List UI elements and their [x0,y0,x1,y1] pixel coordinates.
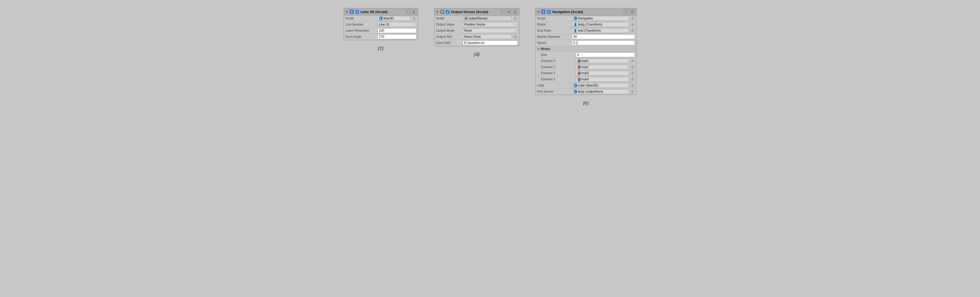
script-field-d[interactable]: ⇄ outputSensor [463,16,512,21]
panel-e-label: (e) [583,100,589,106]
wheel-element-2-field[interactable]: hub3 [576,71,629,76]
wheel-size-row: Size 4 [536,52,636,58]
barrier-distance-value: 40 [572,34,635,39]
wheel-size-value: 4 [576,52,635,57]
pos-sensor-field[interactable]: C body (outputSens [572,89,629,94]
script-row-d: Script ⇄ outputSensor ⊙ [434,16,519,22]
wheel-element-0-value: hub1 ⊙ [576,59,635,64]
robot-label: Robot [537,22,572,26]
end-point-field[interactable]: 👤 end (Transform) [572,28,629,33]
script-circle-c[interactable]: ⊙ [412,16,416,21]
speed-label: Speed [537,41,572,45]
wheel-element-1-field[interactable]: hub2 [576,65,629,70]
output-value-label: Output Value [436,22,463,26]
script-field-text-e: Navigation [578,16,593,20]
settings-btn-e[interactable]: ⚙ [630,9,635,14]
panel-c-header: ▼ C Lidar 3D (Script) ? ⚙ [344,8,418,16]
laser-resolution-field[interactable]: 100 [377,28,416,33]
output-text-text: None (Text) [464,35,481,38]
scan-angle-field[interactable]: 270 [377,34,416,39]
wheel-label: Wheel [541,47,550,51]
save-path-field[interactable]: E:\\position.txt [463,40,517,45]
help-btn-d[interactable]: ? [500,9,505,14]
wheel-size-field[interactable]: 4 [576,52,635,57]
line-number-dropdown[interactable]: Line 32 ÷ [377,22,416,27]
script-label-c: Script [345,16,377,20]
wheel-element-3-field[interactable]: hub4 [576,77,629,82]
dropdown-arrow-output: ÷ [514,23,516,26]
script-field-e[interactable]: C Navigation [572,16,629,21]
speed-field[interactable]: 0.2 [572,40,635,45]
pos-sensor-field-text: body (outputSens [578,90,603,94]
lidar-field[interactable]: C Lidar (lidar3D) [572,83,629,88]
wheel-2-circle[interactable]: ⊙ [630,71,635,75]
wheel-element-2-text: hub3 [582,71,589,75]
output-text-field[interactable]: None (Text) [463,34,512,39]
panel-e-header: ▼ C Navigation (Script) ? ⚙ [536,8,636,16]
output-text-label: Output Text [436,35,463,38]
wheel-3-circle[interactable]: ⊙ [630,77,635,81]
wheel-element-2-value: hub3 ⊙ [576,71,635,76]
output-value-dropdown[interactable]: Position Vector ÷ [463,22,517,27]
output-text-circle[interactable]: ⊙ [513,35,517,39]
output-value-value: Position Vector ÷ [463,22,517,27]
speed-value: 0.2 [572,40,635,45]
person-icon-end: 👤 [574,29,577,32]
pos-sensor-circle[interactable]: ⊙ [630,89,635,94]
lidar-value: C Lidar (lidar3D) ⊙ [572,83,635,88]
wheel-0-circle[interactable]: ⊙ [630,59,635,63]
help-btn-c[interactable]: ? [405,9,410,14]
lidar-circle[interactable]: ⊙ [630,83,635,87]
wheel-element-0-field[interactable]: hub1 [576,59,629,64]
script-circle-e[interactable]: ⊙ [630,16,635,21]
pos-sensor-label: Pos Sensor [537,90,572,94]
collapse-arrow-e[interactable]: ▼ [537,10,540,13]
panel-c-title: Lidar 3D (Script) [360,10,403,14]
script-ref-icon-e: C [574,16,577,20]
laser-resolution-value: 100 [377,28,416,33]
collapse-arrow-d[interactable]: ▼ [436,10,439,13]
script-circle-d[interactable]: ⊙ [513,16,517,21]
settings-btn-d[interactable]: ⚙ [513,9,517,14]
panel-d: ▼ C Output Sensor (Script) ? ⇄ ⚙ Script … [434,8,519,46]
script-icon-c: C [350,10,354,14]
wheel-element-1-text: hub2 [582,65,589,69]
script-icon-d: C [440,10,444,14]
robot-field[interactable]: 👤 body (Transform) [572,22,629,27]
end-point-circle[interactable]: ⊙ [630,29,635,33]
script-value-e: C Navigation ⊙ [572,16,635,21]
laser-resolution-label: Laser Resolution [345,29,377,32]
script-field-c[interactable]: C lidar3D [377,16,410,21]
panel-d-title: Output Sensor (Script) [451,10,498,14]
output-mode-label: Output Mode [436,29,463,32]
wheel-element-3-row: Element 3 hub4 ⊙ [536,76,636,83]
enable-checkbox-c[interactable] [355,10,359,14]
pos-sensor-value: C body (outputSens ⊙ [572,89,635,94]
help-btn-e[interactable]: ? [624,9,628,14]
wheel-element-0-text: hub1 [582,59,589,63]
robot-circle[interactable]: ⊙ [630,22,635,27]
output-mode-dropdown[interactable]: None ÷ [463,28,517,33]
wheel-3-icon [577,78,581,81]
panel-d-wrapper: ▼ C Output Sensor (Script) ? ⇄ ⚙ Script … [434,8,519,57]
save-path-label: Save Path [436,41,463,45]
save-path-row: Save Path E:\\position.txt [434,40,519,46]
enable-checkbox-e[interactable] [547,10,550,14]
laser-resolution-row: Laser Resolution 100 [344,28,418,34]
wheel-size-label: Size [541,53,576,57]
enable-checkbox-d[interactable] [446,10,449,14]
person-icon-robot: 👤 [574,23,577,26]
wheel-1-icon [577,65,581,69]
collapse-arrow-c[interactable]: ▼ [345,10,348,13]
extra-btn-d[interactable]: ⇄ [506,9,511,14]
wheel-collapse-arrow[interactable]: ▼ [537,48,540,50]
barrier-distance-field[interactable]: 40 [572,34,635,39]
script-label-e: Script [537,16,572,20]
script-ref-icon-d: ⇄ [464,16,468,20]
script-value-d: ⇄ outputSensor ⊙ [463,16,517,21]
wheel-element-2-label: Element 2 [541,71,576,75]
output-mode-text: None [464,29,472,32]
settings-btn-c[interactable]: ⚙ [412,9,416,14]
wheel-1-circle[interactable]: ⊙ [630,65,635,69]
dropdown-arrow-mode: ÷ [514,29,516,32]
